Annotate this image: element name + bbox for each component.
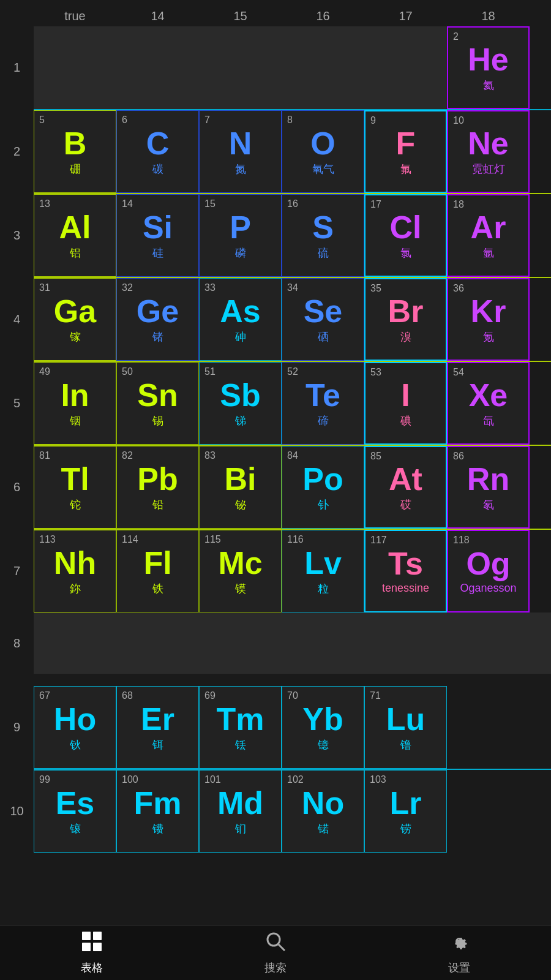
element-Lr[interactable]: 103 Lr 铹: [364, 770, 447, 853]
bottom-nav: 表格 搜索 设置: [0, 925, 551, 980]
element-Tm[interactable]: 69 Tm 铥: [199, 686, 282, 769]
col-16: 16: [282, 6, 364, 26]
element-Ts[interactable]: 117 Ts tenessine: [364, 530, 447, 612]
col-14: 14: [116, 6, 199, 26]
row-label-8: 8: [0, 636, 34, 650]
row-label-2: 2: [0, 110, 34, 193]
element-Xe[interactable]: 54 Xe 氙: [447, 362, 530, 445]
element-Si[interactable]: 14 Si 硅: [116, 194, 199, 277]
element-Fm[interactable]: 100 Fm 镄: [116, 770, 199, 853]
element-Se[interactable]: 34 Se 硒: [282, 278, 364, 361]
element-He[interactable]: 2 He 氦: [447, 26, 530, 109]
col-18: 18: [447, 6, 530, 26]
element-Pb[interactable]: 82 Pb 铅: [116, 446, 199, 529]
period-3: 3 13 Al 铝 14 Si 硅 15 P 磷 16 S 硫 17 Cl 氯 …: [0, 194, 551, 277]
element-Fl[interactable]: 114 Fl 铁: [116, 530, 199, 612]
col-15: 15: [199, 6, 282, 26]
period-9: 9 67 Ho 钬 68 Er 铒 69 Tm 铥 70 Yb 镱: [0, 686, 551, 769]
empty-content-8: [34, 612, 551, 674]
column-headers: true 14 15 16 17 18: [34, 6, 551, 26]
grid-icon: [81, 930, 103, 957]
element-Sb[interactable]: 51 Sb 锑: [199, 362, 282, 445]
row-label-5: 5: [0, 362, 34, 445]
element-I[interactable]: 53 I 碘: [364, 362, 447, 445]
element-Ne[interactable]: 10 Ne 霓虹灯: [447, 110, 530, 193]
period-10: 10 99 Es 锿 100 Fm 镄 101 Md 钔 102 No 锘: [0, 770, 551, 853]
nav-settings[interactable]: 设置: [448, 930, 470, 975]
element-Yb[interactable]: 70 Yb 镱: [282, 686, 364, 769]
element-Lu[interactable]: 71 Lu 镥: [364, 686, 447, 769]
row-label-7: 7: [0, 530, 34, 612]
period-4: 4 31 Ga 镓 32 Ge 锗 33 As 砷 34 Se 硒 35 Br …: [0, 278, 551, 361]
element-Al[interactable]: 13 Al 铝: [34, 194, 116, 277]
element-Ge[interactable]: 32 Ge 锗: [116, 278, 199, 361]
element-Og[interactable]: 118 Og Oganesson: [447, 530, 530, 612]
svg-rect-1: [93, 932, 102, 940]
element-Kr[interactable]: 36 Kr 氪: [447, 278, 530, 361]
period-6: 6 81 Tl 铊 82 Pb 铅 83 Bi 铋 84 Po 钋 85 At …: [0, 446, 551, 529]
element-Lv[interactable]: 116 Lv 粒: [282, 530, 364, 612]
element-Ar[interactable]: 18 Ar 氩: [447, 194, 530, 277]
period-2: 2 5 B 硼 6 C 碳 7 N 氮 8 O 氧气 9 F 氟 10 Ne: [0, 110, 551, 193]
element-Br[interactable]: 35 Br 溴: [364, 278, 447, 361]
nav-search-label: 搜索: [264, 960, 287, 975]
element-Sn[interactable]: 50 Sn 锡: [116, 362, 199, 445]
element-Nh[interactable]: 113 Nh 鉨: [34, 530, 116, 612]
element-In[interactable]: 49 In 铟: [34, 362, 116, 445]
element-N[interactable]: 7 N 氮: [199, 110, 282, 193]
element-Ho[interactable]: 67 Ho 钬: [34, 686, 116, 769]
element-Mc[interactable]: 115 Mc 镆: [199, 530, 282, 612]
nav-settings-label: 设置: [448, 960, 470, 975]
nav-table-label: 表格: [81, 960, 103, 975]
svg-point-4: [268, 933, 280, 946]
svg-line-5: [279, 944, 285, 951]
element-Po[interactable]: 84 Po 钋: [282, 446, 364, 529]
element-Md[interactable]: 101 Md 钔: [199, 770, 282, 853]
gear-icon: [448, 930, 470, 957]
lanthanide-section: 9 67 Ho 钬 68 Er 铒 69 Tm 铥 70 Yb 镱: [0, 686, 551, 853]
search-icon: [264, 930, 287, 957]
period-1: 1 2 He 氦: [0, 26, 551, 109]
nav-table[interactable]: 表格: [81, 930, 103, 975]
col-17: 17: [364, 6, 447, 26]
element-B[interactable]: 5 B 硼: [34, 110, 116, 193]
element-P[interactable]: 15 P 磷: [199, 194, 282, 277]
nav-search[interactable]: 搜索: [264, 930, 287, 975]
row-label-4: 4: [0, 278, 34, 361]
element-F[interactable]: 9 F 氟: [364, 110, 447, 193]
element-S[interactable]: 16 S 硫: [282, 194, 364, 277]
svg-rect-2: [82, 943, 91, 951]
row-label-3: 3: [0, 194, 34, 277]
period-5: 5 49 In 铟 50 Sn 锡 51 Sb 锑 52 Te 碲 53 I 碘…: [0, 362, 551, 445]
periodic-table: true 14 15 16 17 18 1 2 He 氦 2 5 B 硼 6 C…: [0, 0, 551, 853]
period-8-empty: 8: [0, 612, 551, 674]
element-Bi[interactable]: 83 Bi 铋: [199, 446, 282, 529]
row-label-1: 1: [0, 26, 34, 109]
element-Er[interactable]: 68 Er 铒: [116, 686, 199, 769]
element-At[interactable]: 85 At 砹: [364, 446, 447, 529]
element-O[interactable]: 8 O 氧气: [282, 110, 364, 193]
svg-rect-3: [93, 943, 102, 951]
element-Tl[interactable]: 81 Tl 铊: [34, 446, 116, 529]
element-Ga[interactable]: 31 Ga 镓: [34, 278, 116, 361]
col-13: true: [34, 6, 116, 26]
row-label-6: 6: [0, 446, 34, 529]
element-Cl[interactable]: 17 Cl 氯: [364, 194, 447, 277]
row-label-10: 10: [0, 770, 34, 853]
element-Te[interactable]: 52 Te 碲: [282, 362, 364, 445]
period-7: 7 113 Nh 鉨 114 Fl 铁 115 Mc 镆 116 Lv 粒 11…: [0, 530, 551, 612]
element-Rn[interactable]: 86 Rn 氡: [447, 446, 530, 529]
element-No[interactable]: 102 No 锘: [282, 770, 364, 853]
element-C[interactable]: 6 C 碳: [116, 110, 199, 193]
empty-cell-r1: [34, 26, 447, 109]
row-label-9: 9: [0, 686, 34, 769]
svg-rect-0: [82, 932, 91, 940]
element-Es[interactable]: 99 Es 锿: [34, 770, 116, 853]
element-As[interactable]: 33 As 砷: [199, 278, 282, 361]
